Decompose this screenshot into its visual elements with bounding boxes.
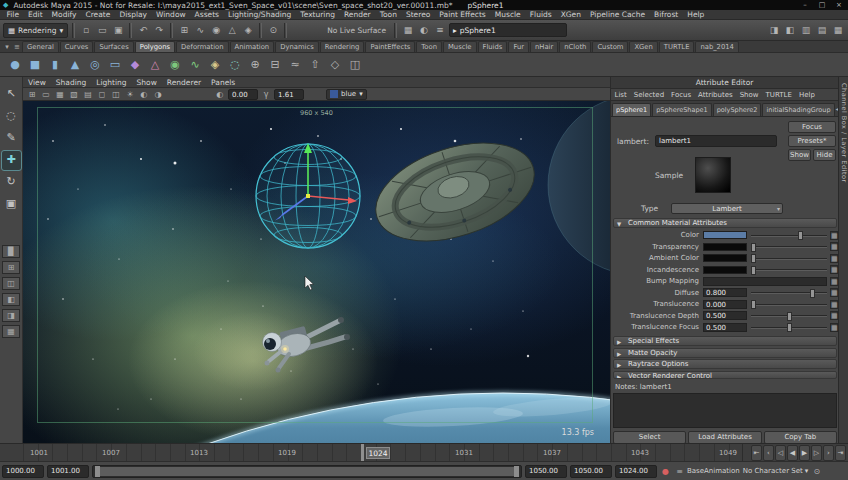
open-scene-button[interactable]: ▭ — [95, 23, 109, 37]
extrude-icon[interactable]: ⇧ — [306, 56, 324, 74]
focus-button[interactable]: Focus — [788, 121, 836, 133]
poly-torus-icon[interactable]: ◎ — [86, 56, 104, 74]
menu-paint-effects[interactable]: Paint Effects — [435, 10, 490, 19]
attribute-editor-title[interactable]: Attribute Editor — [611, 77, 838, 89]
section-raytrace-options[interactable]: ▶ Raytrace Options — [613, 359, 837, 369]
map-button[interactable]: ▦ — [830, 277, 838, 286]
menu-create[interactable]: Create — [81, 10, 115, 19]
incandescence-swatch[interactable] — [703, 266, 747, 274]
quick-selection-field[interactable]: ▸ pSphere1 — [449, 23, 567, 37]
undo-button[interactable]: ↶ — [136, 23, 150, 37]
view-color-dropdown[interactable]: blue ▾ — [326, 89, 367, 100]
current-time-field[interactable]: 1024.00 — [615, 465, 657, 478]
resolution-gate-icon[interactable]: ▦ — [54, 89, 66, 100]
manipulator-center[interactable] — [306, 194, 310, 198]
ae-menu-attributes[interactable]: Attributes — [695, 91, 737, 99]
lights-toggle-icon[interactable]: ☀ — [124, 89, 136, 100]
menu-file[interactable]: File — [2, 10, 24, 19]
ae-tab-initialshadinggroup[interactable]: initialShadingGroup — [762, 103, 834, 116]
layout-three-pane-button[interactable]: ◧ — [2, 293, 20, 306]
section-vector-renderer-control[interactable]: ▶ Vector Renderer Control — [613, 371, 837, 379]
menu-toon[interactable]: Toon — [375, 10, 401, 19]
ambient-color-slider[interactable] — [751, 254, 827, 263]
menu-xgen[interactable]: XGen — [556, 10, 585, 19]
menu-edit[interactable]: Edit — [24, 10, 48, 19]
poly-soccer-ball-icon[interactable]: ◈ — [206, 56, 224, 74]
play-backwards-button[interactable]: ◀ — [787, 445, 798, 461]
poly-pipe-icon[interactable]: ◉ — [166, 56, 184, 74]
map-button[interactable]: ▦ — [830, 323, 838, 332]
menu-render[interactable]: Render — [339, 10, 375, 19]
material-type-dropdown[interactable]: Lambert ▾ — [671, 203, 783, 214]
material-sample-swatch[interactable] — [695, 157, 731, 193]
notes-textarea[interactable] — [613, 393, 837, 428]
shelf-tab-nhair[interactable]: nHair — [530, 41, 558, 52]
safe-action-icon[interactable]: ◻ — [96, 89, 108, 100]
mirror-icon[interactable]: ◫ — [346, 56, 364, 74]
poly-cylinder-icon[interactable]: ▮ — [46, 56, 64, 74]
ae-tab-psphere1[interactable]: pSphere1 — [612, 103, 651, 116]
section-common-material-attributes[interactable]: ▼ Common Material Attributes — [613, 218, 837, 228]
menu-window[interactable]: Window — [152, 10, 191, 19]
snap-to-plane-button[interactable]: △ — [225, 23, 239, 37]
translucence-focus-field[interactable]: 0.500 — [703, 323, 747, 332]
layout-single-pane-button[interactable]: ▉ — [2, 245, 20, 258]
translucence-focus-slider[interactable] — [751, 323, 827, 332]
range-end-handle[interactable] — [514, 466, 519, 477]
poly-cone-icon[interactable]: ▲ — [66, 56, 84, 74]
viewport-menu-view[interactable]: View — [23, 78, 51, 87]
node-name-field[interactable]: lambert1 — [655, 135, 777, 147]
go-to-end-button[interactable]: ⇥ — [835, 445, 846, 461]
playback-start-field[interactable]: 1001.00 — [47, 465, 89, 478]
combine-icon[interactable]: ⊕ — [246, 56, 264, 74]
hide-button[interactable]: Hide — [813, 149, 836, 161]
section-matte-opacity[interactable]: ▶ Matte Opacity — [613, 348, 837, 358]
menu-assets[interactable]: Assets — [190, 10, 223, 19]
color-slider[interactable] — [751, 231, 827, 240]
rotate-tool-icon[interactable]: ↻ — [2, 173, 21, 192]
presets-button[interactable]: Presets* — [788, 135, 836, 147]
toggle-modeling-toolkit-button[interactable]: ▦ — [831, 23, 845, 37]
menu-stereo[interactable]: Stereo — [401, 10, 434, 19]
poly-cube-icon[interactable]: ■ — [26, 56, 44, 74]
menu-bifrost[interactable]: Bifrost — [650, 10, 683, 19]
viewport-menu-show[interactable]: Show — [132, 78, 162, 87]
maximize-button[interactable]: □ — [816, 1, 828, 9]
transparency-slider[interactable] — [751, 243, 827, 252]
diffuse-field[interactable]: 0.800 — [703, 288, 747, 297]
play-forwards-button[interactable]: ▶ — [799, 445, 810, 461]
shelf-tab-fluids[interactable]: Fluids — [478, 41, 508, 52]
gamma-field[interactable]: 1.61 — [274, 89, 304, 100]
snap-to-curve-button[interactable]: ∿ — [193, 23, 207, 37]
menu-display[interactable]: Display — [115, 10, 152, 19]
ae-menu-turtle[interactable]: TURTLE — [762, 91, 795, 99]
separate-icon[interactable]: ⊟ — [266, 56, 284, 74]
poly-pyramid-icon[interactable]: △ — [146, 56, 164, 74]
go-to-start-button[interactable]: ⇤ — [751, 445, 762, 461]
ae-tab-polysphere2[interactable]: polySphere2 — [713, 103, 762, 116]
map-button[interactable]: ▦ — [830, 254, 838, 263]
menu-texturing[interactable]: Texturing — [296, 10, 340, 19]
shelf-edit-icon[interactable]: ≡ — [12, 43, 22, 51]
close-button[interactable]: × — [833, 1, 845, 9]
grid-toggle-icon[interactable]: ⊞ — [26, 89, 38, 100]
shelf-tab-turtle[interactable]: TURTLE — [659, 41, 695, 52]
auto-keyframe-toggle[interactable]: ● — [660, 466, 671, 477]
construction-history-toggle[interactable]: ⊙ — [266, 23, 280, 37]
shelf-tab-animation[interactable]: Animation — [230, 41, 275, 52]
shelf-tab-painteffects[interactable]: PaintEffects — [365, 41, 415, 52]
range-slider[interactable] — [92, 465, 522, 478]
shelf-tab-toon[interactable]: Toon — [416, 41, 442, 52]
map-button[interactable]: ▦ — [830, 288, 838, 297]
redo-button[interactable]: ↷ — [152, 23, 166, 37]
menu-set-dropdown[interactable]: ▦ Rendering ▾ — [3, 23, 68, 38]
section-special-effects[interactable]: ▶ Special Effects — [613, 336, 837, 346]
translucence-depth-field[interactable]: 0.500 — [703, 311, 747, 320]
step-back-frame-button[interactable]: ‹ — [763, 445, 774, 461]
shelf-tab-custom[interactable]: Custom — [592, 41, 628, 52]
shelf-tab-xgen[interactable]: XGen — [629, 41, 657, 52]
shelf-tab-nab-2014[interactable]: nab_2014 — [695, 41, 738, 52]
animation-end-field[interactable]: 1050.00 — [570, 465, 612, 478]
select-tool-icon[interactable]: ↖ — [2, 85, 21, 104]
shelf-tab-fur[interactable]: Fur — [508, 41, 529, 52]
